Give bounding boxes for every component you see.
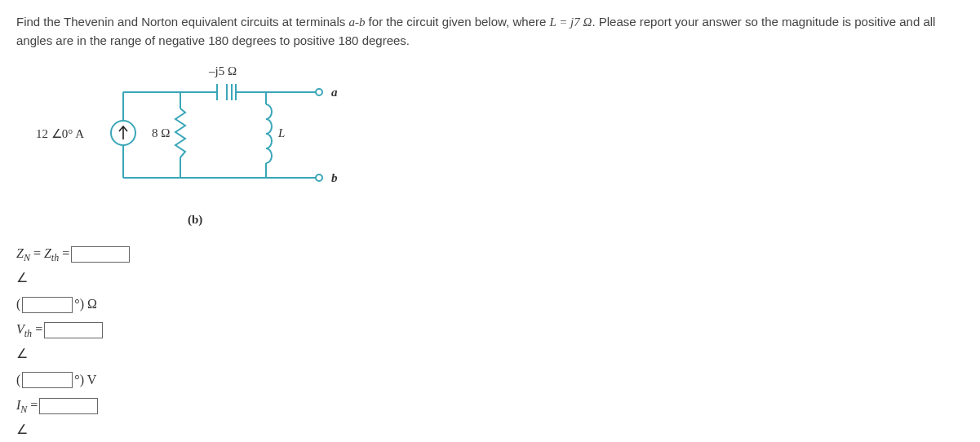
vth-ang-input[interactable]: [22, 372, 73, 388]
in-label: IN =: [16, 393, 38, 419]
circuit-diagram: –j5 Ω 12 ∠0° A 8 Ω L a b: [21, 60, 364, 206]
figure-caption: (b): [188, 213, 964, 227]
problem-mid: for the circuit given below, where: [365, 15, 549, 29]
problem-prefix: Find the Thevenin and Norton equivalent …: [16, 15, 348, 29]
source-label: 12 ∠0° A: [36, 126, 84, 141]
terminal-b-label: b: [331, 171, 338, 185]
svg-point-15: [316, 175, 322, 181]
answer-section: ZN = Zth = ∠ ( °) Ω Vth = ∠ ( °) V IN = …: [16, 241, 964, 442]
zn-mag-input[interactable]: [71, 246, 130, 263]
vth-paren: (: [16, 368, 20, 392]
problem-ab: a-b: [348, 15, 365, 29]
zn-angle-sym: ∠: [16, 266, 28, 290]
vth-unit: °) V: [74, 368, 96, 392]
problem-statement: Find the Thevenin and Norton equivalent …: [16, 13, 964, 50]
inductor-label: L: [278, 126, 285, 140]
in-angle-sym: ∠: [16, 418, 28, 442]
problem-L: L = j7 Ω: [549, 15, 592, 29]
vth-label: Vth =: [16, 317, 42, 343]
svg-point-14: [316, 89, 322, 95]
resistor-label: 8 Ω: [152, 126, 170, 140]
cap-label: –j5 Ω: [209, 64, 237, 78]
terminal-a-label: a: [331, 86, 338, 99]
zn-paren: (: [16, 292, 20, 316]
vth-mag-input[interactable]: [44, 322, 103, 338]
in-mag-input[interactable]: [39, 398, 98, 414]
zn-ang-input[interactable]: [22, 297, 73, 313]
vth-angle-sym: ∠: [16, 342, 28, 366]
zn-unit: °) Ω: [74, 292, 97, 316]
zn-label: ZN = Zth =: [16, 241, 69, 267]
